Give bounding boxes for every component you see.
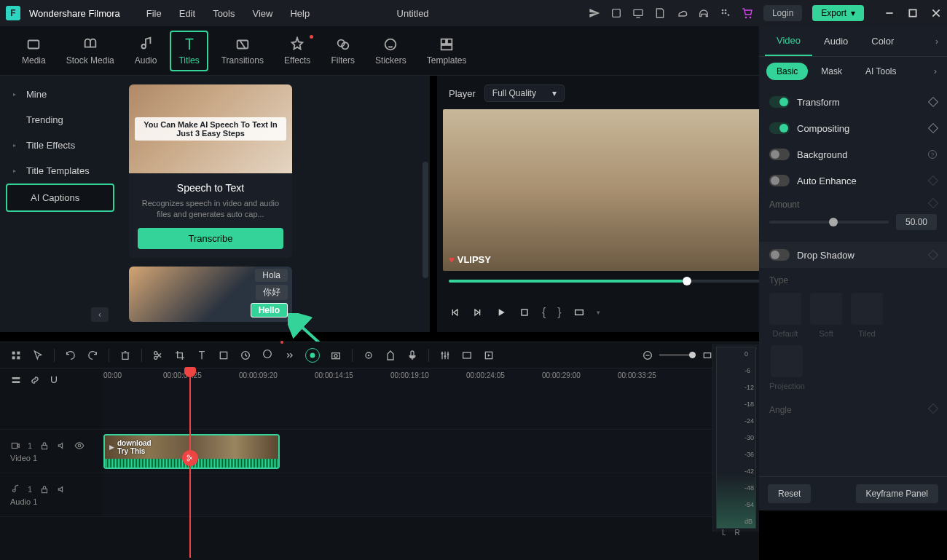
props-tab-video[interactable]: Video (765, 26, 812, 56)
info-icon[interactable]: ? (928, 150, 937, 159)
chevron-down-icon[interactable]: ▾ (597, 309, 600, 316)
mute-icon[interactable] (57, 484, 67, 494)
tab-transitions[interactable]: Transitions (214, 32, 271, 70)
play-icon[interactable] (495, 307, 507, 318)
maximize-icon[interactable] (908, 8, 918, 18)
props-body[interactable]: Transform Compositing Background ? Auto … (759, 86, 947, 476)
tab-stock-media[interactable]: Stock Media (59, 32, 122, 70)
login-button[interactable]: Login (763, 5, 802, 21)
split-icon[interactable] (152, 350, 164, 361)
mute-icon[interactable] (57, 441, 67, 451)
magnet-icon[interactable] (48, 374, 60, 386)
track-add-icon[interactable] (10, 374, 22, 386)
next-frame-icon[interactable] (472, 307, 484, 318)
tab-media[interactable]: Media (15, 32, 53, 70)
minimize-icon[interactable] (884, 8, 895, 18)
prop-auto-enhance[interactable]: Auto Enhance (759, 167, 947, 194)
drop-shadow-toggle[interactable] (769, 249, 790, 261)
menu-edit[interactable]: Edit (179, 8, 195, 19)
keyframe-diamond-icon[interactable] (928, 97, 938, 107)
transform-toggle[interactable] (769, 96, 790, 108)
crop-zoom-icon[interactable] (218, 350, 229, 361)
tab-stickers[interactable]: Stickers (368, 32, 414, 70)
select-icon[interactable] (10, 350, 22, 361)
cart-icon[interactable] (742, 7, 753, 19)
tab-titles[interactable]: Titles (170, 31, 208, 71)
zoom-fit-icon[interactable] (702, 350, 713, 361)
zoom-out-icon[interactable] (642, 350, 653, 361)
keyframe-diamond-icon[interactable] (928, 403, 938, 414)
zoom-thumb[interactable] (689, 352, 696, 358)
undo-icon[interactable] (65, 350, 76, 361)
ai-icon[interactable] (305, 348, 320, 363)
amount-value[interactable]: 50.00 (896, 214, 937, 230)
amount-slider[interactable] (769, 221, 889, 224)
keyframe-diamond-icon[interactable] (928, 176, 938, 186)
tab-filters[interactable]: Filters (323, 32, 362, 70)
quality-dropdown[interactable]: Full Quality▾ (484, 84, 565, 102)
eye-icon[interactable] (74, 441, 85, 451)
slider-thumb[interactable] (829, 218, 838, 226)
send-icon[interactable] (589, 7, 600, 19)
headphones-icon[interactable] (698, 7, 710, 19)
redo-icon[interactable] (87, 350, 98, 361)
ratio-icon[interactable] (573, 307, 585, 318)
keyframe-diamond-icon[interactable] (928, 198, 938, 208)
apps-icon[interactable] (720, 7, 731, 19)
auto-enhance-toggle[interactable] (769, 175, 790, 186)
crop-icon[interactable] (174, 350, 186, 361)
sidebar-item-mine[interactable]: Mine (3, 82, 117, 107)
color-icon[interactable] (262, 348, 273, 360)
playhead-split-icon[interactable] (182, 450, 198, 466)
audio-track-body[interactable] (102, 473, 759, 516)
translate-card[interactable]: Hola 你好 Hello (129, 267, 292, 322)
record-icon[interactable] (363, 350, 374, 361)
sidebar-item-trending[interactable]: Trending (3, 107, 117, 133)
monitor-icon[interactable] (632, 7, 644, 19)
content-list[interactable]: You Can Make AI Speech To Text In Just 3… (120, 76, 430, 332)
auto-ripple-icon[interactable] (67, 374, 79, 386)
delete-icon[interactable] (119, 350, 131, 361)
cloud-icon[interactable] (676, 7, 688, 19)
sidebar-item-ai-captions[interactable]: AI Captions (6, 184, 114, 212)
text-icon[interactable] (196, 350, 208, 361)
keyframe-panel-button[interactable]: Keyframe Panel (856, 484, 938, 503)
mixer-icon[interactable] (439, 350, 451, 361)
lock-icon[interactable] (39, 484, 50, 494)
more-icon[interactable] (283, 350, 295, 361)
mic-icon[interactable] (406, 350, 418, 361)
reset-button[interactable]: Reset (768, 484, 811, 503)
props-tab-audio[interactable]: Audio (812, 27, 860, 55)
close-icon[interactable] (931, 8, 941, 18)
props-tab-color[interactable]: Color (860, 27, 905, 55)
cursor-icon[interactable] (32, 350, 44, 361)
save-icon[interactable] (654, 7, 666, 19)
transcribe-button[interactable]: Transcribe (138, 228, 283, 249)
sidebar-item-title-templates[interactable]: Title Templates (3, 158, 117, 184)
keyframe-diamond-icon[interactable] (928, 123, 938, 133)
mark-out-icon[interactable]: } (557, 306, 561, 319)
menu-file[interactable]: File (146, 8, 162, 19)
video-track-body[interactable]: ▶downloadTry This (102, 430, 759, 473)
render-icon[interactable] (483, 350, 495, 361)
adjust-icon[interactable] (461, 350, 473, 361)
prop-drop-shadow[interactable]: Drop Shadow (759, 242, 947, 268)
compositing-toggle[interactable] (769, 122, 790, 134)
subtab-mask[interactable]: Mask (811, 63, 852, 80)
marker-icon[interactable] (385, 350, 396, 361)
tab-effects[interactable]: Effects (277, 32, 318, 70)
lock-icon[interactable] (39, 441, 50, 451)
timeline-ruler[interactable]: 00:00 00:00:04:25 00:00:09:20 00:00:14:1… (102, 368, 759, 392)
menu-tools[interactable]: Tools (213, 8, 235, 19)
prev-frame-icon[interactable] (449, 307, 460, 318)
mark-in-icon[interactable]: { (542, 306, 546, 319)
link-icon[interactable] (29, 374, 41, 386)
zoom-slider[interactable] (659, 354, 696, 356)
more-subtabs-icon[interactable]: › (931, 63, 940, 79)
scrollbar[interactable] (423, 162, 428, 278)
tab-audio[interactable]: Audio (127, 32, 165, 70)
sidebar-item-title-effects[interactable]: Title Effects (3, 133, 117, 158)
background-toggle[interactable] (769, 149, 790, 160)
stop-icon[interactable] (519, 307, 530, 318)
sidebar-collapse-icon[interactable]: ‹ (91, 307, 109, 322)
